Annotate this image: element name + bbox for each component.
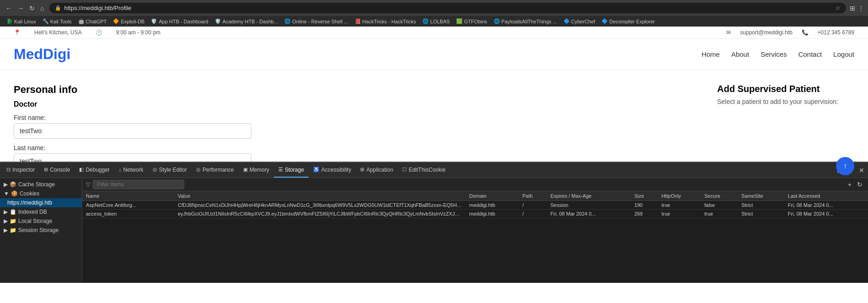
bookmark-chatgpt[interactable]: 🤖ChatGPT [75, 17, 110, 25]
site-header: MedDigi Home About Services Contact Logo… [0, 39, 868, 70]
page-content: Personal info Doctor First name: Last na… [0, 70, 868, 162]
add-cookie-button[interactable]: + [846, 180, 853, 189]
phone-icon: 📞 [802, 29, 809, 36]
last-name-input[interactable] [14, 153, 251, 162]
edit-cookie-icon: ☐ [402, 167, 407, 173]
bookmark-kali-linux[interactable]: 🐉Kali Linux [4, 17, 39, 25]
sidebar-meddigi-cookies[interactable]: https://meddigi.htb [0, 198, 82, 207]
page-title: Personal info [14, 84, 699, 96]
devtools-main: ▽ + ↻ Name Value Domain Path Expires [82, 178, 868, 283]
back-button[interactable]: ← [4, 4, 14, 13]
cookie-secure-antiforgery: false [701, 201, 738, 210]
col-expires: Expires / Max-Age [547, 191, 630, 201]
tab-storage[interactable]: ☰ Storage [274, 162, 309, 178]
tab-style-editor[interactable]: ◎ Style Editor [148, 162, 192, 178]
cookie-size-access-token: 269 [631, 210, 658, 218]
tab-style-editor-label: Style Editor [159, 167, 187, 173]
sidebar-indexed-db[interactable]: ▶ 📋 Indexed DB [0, 207, 82, 216]
site-topbar: 📍 Hell's Kitchen, USA 🕐 9:00 am - 9:00 p… [0, 27, 868, 39]
accessibility-icon: ♿ [313, 167, 320, 173]
cookie-accessed-access-token: Fri, 08 Mar 2024 0... [784, 210, 868, 218]
nav-contact[interactable]: Contact [798, 50, 822, 58]
location-icon: 📍 [14, 29, 21, 36]
last-name-group: Last name: [14, 144, 699, 162]
browser-icons: ⊞ ⋮ [850, 5, 864, 12]
cache-storage-label: Cache Storage [18, 181, 55, 188]
first-name-input[interactable] [14, 123, 251, 139]
cookie-domain-access-token: meddigi.htb [466, 210, 519, 218]
nav-about[interactable]: About [731, 50, 749, 58]
bookmark-kali-tools[interactable]: 🔧Kali Tools [40, 17, 75, 25]
tab-accessibility[interactable]: ♿ Accessibility [309, 162, 356, 178]
tab-inspector[interactable]: ⊡ Inspector [2, 162, 39, 178]
col-size: Size [631, 191, 658, 201]
refresh-cookies-button[interactable]: ↻ [855, 180, 864, 189]
sidebar-session-storage[interactable]: ▶ 📁 Session Storage [0, 226, 82, 235]
hours-text: 9:00 am - 9:00 pm [116, 29, 160, 36]
filter-input[interactable] [93, 180, 184, 189]
meddigi-site-label: https://meddigi.htb [7, 200, 52, 206]
tab-performance[interactable]: ◎ Performance [192, 162, 239, 178]
performance-icon: ◎ [196, 167, 201, 173]
cookie-row-antiforgery[interactable]: AspNetCore.Antiforg... CfDJ8NjmscCeN1xDi… [82, 201, 868, 210]
cookie-path-access-token: / [519, 210, 547, 218]
cache-chevron-icon: ▶ [4, 181, 8, 188]
sidebar-local-storage[interactable]: ▶ 📁 Local Storage [0, 216, 82, 226]
devtools-close-button[interactable]: ✕ [857, 166, 866, 175]
cookie-value-antiforgery: CfDJ8NjmscCeN1xDiJhHHpjWreH8jHknARMysLnN… [174, 201, 466, 210]
cookies-label: Cookies [20, 190, 39, 197]
bookmark-payloads[interactable]: 🌐PayloadsAllTheThings ... [491, 17, 560, 25]
content-right: Add Supervised Patient Select a patient … [717, 84, 854, 162]
col-last-accessed: Last Accessed [784, 191, 868, 201]
sidebar-cookies[interactable]: ▼ 🍪 Cookies [0, 189, 82, 198]
bookmark-cyberchef[interactable]: 🔷CyberChef [561, 17, 598, 25]
bookmark-hacktricks[interactable]: 📕HackTricks - HackTricks [352, 17, 419, 25]
site-nav: Home About Services Contact Logout [702, 50, 854, 58]
tab-network[interactable]: ↕ Network [114, 162, 148, 178]
col-secure: Secure [701, 191, 738, 201]
tab-debugger-label: Debugger [85, 167, 110, 173]
bookmark-app-htb[interactable]: 🛡️App HTB - Dashboard [148, 17, 211, 25]
tab-application[interactable]: ⊞ Application [356, 162, 398, 178]
email-text: support@meddigi.htb [740, 29, 792, 36]
bookmark-reverse-shell[interactable]: 🌐Online - Reverse Shell ... [282, 17, 351, 25]
tab-accessibility-label: Accessibility [321, 167, 351, 173]
lock-icon: 🔒 [55, 5, 61, 11]
nav-home[interactable]: Home [702, 50, 720, 58]
col-domain: Domain [466, 191, 519, 201]
bookmark-gtfobins[interactable]: 🟩GTFObins [453, 17, 490, 25]
debugger-icon: ◧ [79, 167, 84, 173]
scroll-top-button[interactable]: ↑ [836, 157, 854, 175]
cookie-expires-antiforgery: Session [547, 201, 630, 210]
nav-logout[interactable]: Logout [833, 50, 854, 58]
tab-edit-cookie[interactable]: ☐ EditThisCookie [398, 162, 450, 178]
home-button[interactable]: ⌂ [38, 4, 46, 13]
bookmark-exploit-db[interactable]: 🔶Exploit-DB [110, 17, 147, 25]
tab-console[interactable]: ⊞ Console [39, 162, 75, 178]
phone-text: +012 345 6789 [818, 29, 854, 36]
tab-memory[interactable]: ▣ Memory [239, 162, 274, 178]
indexed-db-label: Indexed DB [18, 209, 47, 215]
forward-button[interactable]: → [16, 4, 26, 13]
bookmark-decompiler[interactable]: 🔷Decompiler Explorer [599, 17, 658, 25]
cookie-httponly-antiforgery: true [658, 201, 701, 210]
sidebar-cache-storage[interactable]: ▶ 📦 Cache Storage [0, 180, 82, 189]
address-bar[interactable]: 🔒 https://meddigi.htb/Profile ☆ [49, 3, 846, 13]
nav-services[interactable]: Services [761, 50, 787, 58]
cookie-row-access-token[interactable]: access_token eyJhbGciOiJIUzI1NiIsInR5cCI… [82, 210, 868, 218]
tab-debugger[interactable]: ◧ Debugger [75, 162, 114, 178]
application-icon: ⊞ [360, 167, 364, 173]
menu-icon: ⋮ [858, 5, 864, 12]
tab-storage-label: Storage [285, 167, 304, 173]
site-logo[interactable]: MedDigi [14, 46, 70, 63]
cookie-expires-access-token: Fri, 08 Mar 2024 0... [547, 210, 630, 218]
bookmark-lolbas[interactable]: 🌐LOLBAS [420, 17, 453, 25]
bookmark-academy-htb[interactable]: 🛡️Academy HTB - Dashb... [212, 17, 281, 25]
col-path: Path [519, 191, 547, 201]
star-icon: ☆ [835, 5, 841, 11]
cookie-value-access-token: eyJhbGciOiJIUzI1NiIsInR5cCI6IkpXVCJ9.eyJ… [174, 210, 466, 218]
col-value: Value [174, 191, 466, 201]
devtools-main-toolbar: ▽ + ↻ [82, 178, 868, 191]
tab-memory-label: Memory [250, 167, 269, 173]
reload-button[interactable]: ↻ [27, 4, 37, 13]
